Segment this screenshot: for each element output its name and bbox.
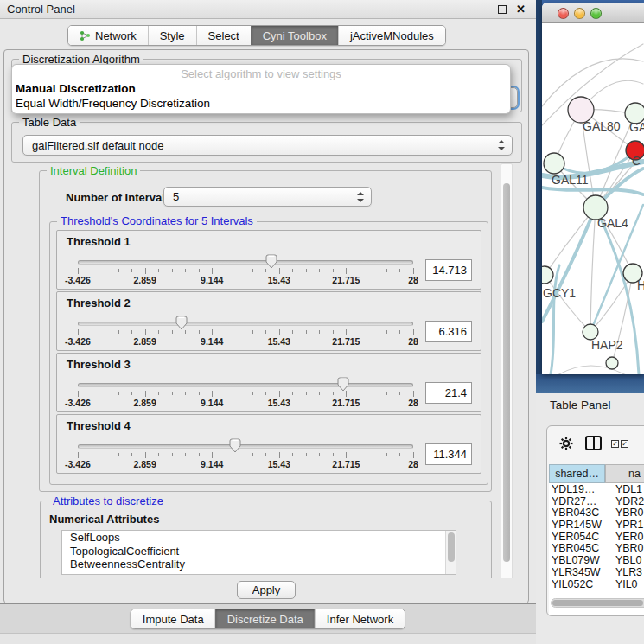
- slider-track[interactable]: [78, 444, 413, 449]
- threshold-3-slider[interactable]: -3.4262.8599.14415.4321.71528: [78, 375, 413, 410]
- network-view-window[interactable]: GAL80GACGAL11GAL4GCY1HHAP2: [542, 3, 644, 374]
- table-row[interactable]: YBR045CYBR0: [549, 542, 644, 554]
- numerical-attributes-list[interactable]: SelfLoopsTopologicalCoefficientBetweenne…: [61, 530, 456, 575]
- tick-mark: [226, 453, 226, 456]
- network-edge-highlighted[interactable]: [542, 207, 596, 322]
- tick-mark: [333, 453, 334, 456]
- group-title: Attributes to discretize: [49, 494, 167, 507]
- scrollbar-thumb[interactable]: [448, 532, 455, 562]
- table-data-combobox[interactable]: galFiltered.sif default node: [22, 135, 513, 156]
- tick-label: 28: [408, 459, 418, 469]
- number-of-intervals-combobox[interactable]: 5: [163, 187, 372, 207]
- tick-mark: [185, 392, 186, 395]
- tick-mark: [319, 453, 320, 456]
- popup-option-equal-width[interactable]: Equal Width/Frequency Discretization: [12, 97, 510, 112]
- threshold-4-slider[interactable]: -3.4262.8599.14415.4321.71528: [78, 437, 413, 471]
- slider-thumb[interactable]: [229, 438, 241, 453]
- tick-mark: [105, 392, 105, 395]
- threshold-2-slider[interactable]: -3.4262.8599.14415.4321.71528: [78, 314, 413, 348]
- column-header-shared-name[interactable]: shared…: [549, 464, 605, 483]
- apply-button[interactable]: Apply: [237, 581, 296, 599]
- tab-network[interactable]: Network: [68, 26, 148, 45]
- tab-cyni-toolbox[interactable]: Cyni Toolbox: [251, 26, 338, 45]
- tick-mark: [199, 392, 200, 395]
- control-panel-titlebar: Control Panel ✕: [0, 0, 536, 19]
- threshold-1-slider[interactable]: -3.4262.8599.14415.4321.71528: [78, 252, 413, 287]
- zoom-window-button[interactable]: [590, 8, 602, 19]
- tab-select[interactable]: Select: [196, 26, 251, 45]
- network-edge-highlighted[interactable]: [551, 265, 559, 374]
- tab-jactivemnodules[interactable]: jActiveMNodules: [338, 26, 445, 45]
- columns-icon[interactable]: [585, 436, 602, 450]
- network-edge[interactable]: [542, 366, 643, 374]
- network-graph[interactable]: GAL80GACGAL11GAL4GCY1HHAP2: [542, 23, 644, 374]
- tick-mark: [145, 329, 146, 335]
- table-row[interactable]: YDL19…YDL1: [549, 483, 644, 495]
- network-node-gal11[interactable]: [544, 153, 564, 174]
- checkbox-icon[interactable]: ✓: [621, 440, 628, 448]
- algorithm-dropdown-popup: Select algorithm to view settings Manual…: [11, 64, 511, 114]
- threshold-4-value-field[interactable]: 11.344: [425, 443, 472, 465]
- slider-track[interactable]: [78, 383, 413, 387]
- network-edge[interactable]: [590, 207, 596, 332]
- tick-mark: [239, 392, 239, 395]
- tick-label: 21.715: [332, 398, 360, 408]
- tab-style[interactable]: Style: [148, 26, 196, 45]
- attributes-scrollbar[interactable]: [445, 531, 456, 574]
- network-window-titlebar[interactable]: [542, 3, 644, 23]
- number-of-intervals-label: Number of Intervals: [66, 191, 171, 204]
- horizontal-scrollbar[interactable]: [551, 598, 644, 608]
- combo-stepper-icon[interactable]: [357, 192, 364, 202]
- tick-label: 15.43: [268, 459, 290, 469]
- slider-track[interactable]: [78, 260, 413, 265]
- slider-thumb[interactable]: [265, 254, 277, 269]
- table-row[interactable]: YBL079WYBL0: [549, 554, 644, 566]
- network-canvas[interactable]: GAL80GACGAL11GAL4GCY1HHAP2: [542, 23, 644, 374]
- tab-impute-data[interactable]: Impute Data: [131, 609, 215, 628]
- scrollbar-thumb[interactable]: [503, 183, 510, 562]
- table-row[interactable]: YLR345WYLR3: [549, 566, 644, 578]
- threshold-3-value-field[interactable]: 21.4: [425, 382, 472, 404]
- table-row[interactable]: YBR043CYBR0: [549, 507, 644, 519]
- minimize-window-button[interactable]: [574, 8, 585, 19]
- tick-mark: [118, 269, 119, 272]
- combo-stepper-icon[interactable]: [498, 140, 505, 150]
- network-node[interactable]: [606, 357, 618, 369]
- checkbox-icon[interactable]: ✓: [611, 440, 619, 448]
- table-row[interactable]: YDR27…YDR2: [549, 495, 644, 507]
- network-edge[interactable]: [542, 59, 643, 106]
- table-row[interactable]: YIL052CYIL0: [549, 578, 644, 590]
- threshold-1-value-field[interactable]: 14.713: [425, 259, 472, 281]
- tab-discretize-data[interactable]: Discretize Data: [215, 609, 315, 628]
- slider-thumb[interactable]: [337, 377, 349, 392]
- tick-label: 15.43: [268, 398, 290, 408]
- table-rows: YDL19…YDL1YDR27…YDR2YBR043CYBR0YPR145WYP…: [549, 483, 644, 590]
- tick-mark: [212, 452, 213, 458]
- vertical-scrollbar[interactable]: [501, 163, 513, 628]
- slider-track[interactable]: [78, 322, 413, 326]
- scrollbar-thumb[interactable]: [552, 600, 643, 606]
- network-node-gcy1[interactable]: [542, 266, 553, 284]
- tick-mark: [226, 330, 226, 334]
- attribute-item-topologicalcoefficient[interactable]: TopologicalCoefficient: [62, 545, 456, 558]
- attribute-item-selfloops[interactable]: SelfLoops: [62, 531, 456, 545]
- popup-option-manual[interactable]: Manual Discretization: [12, 82, 510, 97]
- gear-icon[interactable]: [559, 437, 573, 454]
- close-window-button[interactable]: [558, 8, 569, 19]
- tick-mark: [145, 268, 146, 274]
- float-window-icon[interactable]: [498, 5, 507, 14]
- tab-infer-network[interactable]: Infer Network: [315, 609, 405, 628]
- table-row[interactable]: YPR145WYPR1: [549, 519, 644, 531]
- slider-ticks: [78, 328, 413, 336]
- attribute-item-betweennesscentrality[interactable]: BetweennessCentrality: [62, 558, 456, 571]
- tick-mark: [279, 329, 280, 335]
- checkboxes-icon[interactable]: ✓ ✓: [611, 440, 628, 448]
- slider-thumb[interactable]: [175, 316, 188, 330]
- cell-name: YER0: [611, 531, 644, 543]
- threshold-2-value-field[interactable]: 6.316: [425, 321, 472, 342]
- close-panel-icon[interactable]: ✕: [516, 3, 526, 16]
- column-header-name[interactable]: na: [605, 464, 644, 483]
- cell-name: YPR1: [611, 519, 644, 531]
- tick-mark: [131, 269, 132, 272]
- table-row[interactable]: YER054CYER0: [549, 531, 644, 543]
